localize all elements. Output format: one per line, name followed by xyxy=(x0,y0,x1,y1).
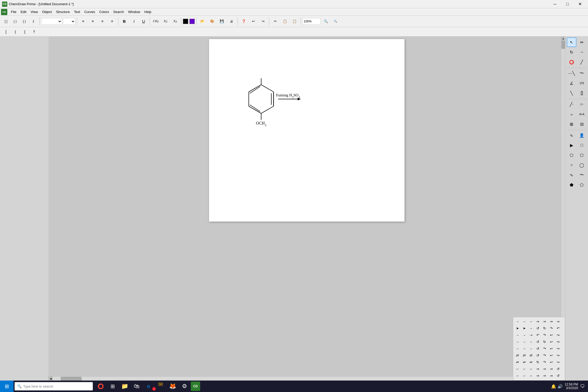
avatar-btn[interactable]: 👤 xyxy=(577,131,586,140)
mail-icon[interactable]: ✉ xyxy=(155,379,166,390)
arrow-cell[interactable]: ↩ xyxy=(548,359,554,365)
maximize-button[interactable]: □ xyxy=(561,0,573,8)
ch2-btn[interactable]: CH2 xyxy=(151,17,160,26)
close-button[interactable]: ✕ xyxy=(574,0,586,8)
menu-edit[interactable]: Edit xyxy=(19,9,28,15)
color-purple-swatch[interactable] xyxy=(189,19,195,24)
eraser-btn[interactable]: ✏ xyxy=(577,38,586,47)
arrow-cell[interactable]: ↻ xyxy=(541,325,548,331)
arrow-cell[interactable]: ↶ xyxy=(555,325,561,331)
circle-large-btn[interactable]: ◯ xyxy=(577,160,586,170)
arrow-cell[interactable]: ➤ xyxy=(514,325,520,331)
arrow-cell[interactable]: ⇄ xyxy=(514,352,520,358)
arrow-cell[interactable]: ↔ xyxy=(521,372,527,379)
arrow-cell[interactable]: ↩ xyxy=(548,332,554,338)
arrow-cell[interactable]: ↷ xyxy=(541,345,548,352)
menu-curves[interactable]: Curves xyxy=(82,9,97,15)
ring-dot-btn[interactable]: ○· xyxy=(577,100,586,109)
arrow-cell[interactable]: ⇒ xyxy=(541,372,548,379)
arrow-cell[interactable]: ↔ xyxy=(528,366,534,372)
bracket-sq-open-btn[interactable]: [ xyxy=(2,27,10,36)
bracket-curly-btn[interactable]: { } xyxy=(20,17,29,26)
notification-icon[interactable]: 🗨 xyxy=(580,384,585,389)
arrow-cell[interactable]: ⇒ xyxy=(535,366,541,372)
arrow-cell[interactable]: ↩ xyxy=(548,352,554,358)
pentagon-btn[interactable]: ⬠ xyxy=(567,150,576,160)
menu-search[interactable]: Search xyxy=(111,9,126,15)
arrow-cell[interactable]: ⇒ xyxy=(541,366,548,372)
settings-icon[interactable]: ⚙ xyxy=(179,381,190,392)
start-button[interactable]: ⊞ xyxy=(0,381,14,392)
arrow-cell[interactable]: ↪ xyxy=(555,359,561,365)
underline-btn[interactable]: U xyxy=(139,17,148,26)
arrow-cell[interactable]: ↺ xyxy=(555,372,561,379)
chemdraw-icon[interactable]: CD xyxy=(191,382,200,391)
taskbar-search-box[interactable]: 🔍 xyxy=(15,382,93,390)
open-color-btn[interactable]: 🎨 xyxy=(208,17,217,26)
arrow-cell[interactable]: → xyxy=(528,318,534,324)
poly5-fill-btn[interactable]: ⬟ xyxy=(567,180,576,189)
menu-colors[interactable]: Colors xyxy=(97,9,111,15)
subscript-btn[interactable]: X2 xyxy=(161,17,170,26)
scroll-thumb-v[interactable] xyxy=(561,41,565,49)
arrow-cell[interactable]: ↪ xyxy=(555,345,561,352)
menu-file[interactable]: File xyxy=(9,9,19,15)
bond-diagonal-btn[interactable]: ╲ xyxy=(567,88,576,98)
menu-text[interactable]: Text xyxy=(72,9,82,15)
bracket-paren-btn[interactable]: ( ) xyxy=(11,17,20,26)
bracket-rect-btn[interactable]: [] xyxy=(577,88,586,98)
dagger-btn[interactable]: † xyxy=(30,27,39,36)
arrow-cell[interactable]: ↷ xyxy=(541,352,548,358)
task-view-icon[interactable]: ⊞ xyxy=(107,381,118,392)
zoom-in-btn[interactable]: 🔍 xyxy=(321,17,330,26)
bracket-curly-open-btn[interactable]: { xyxy=(20,27,29,36)
arrow-cell[interactable]: ⇒ xyxy=(548,372,554,379)
poly5-outline-btn[interactable]: ⬠ xyxy=(577,180,586,189)
arrow-cell[interactable]: → xyxy=(528,325,534,331)
arrow-cell[interactable]: ↻ xyxy=(541,339,548,345)
canvas-page[interactable]: OCH3 Fuming H2SO4 xyxy=(209,39,405,222)
zoom-out-btn[interactable]: 🔍 xyxy=(331,17,340,26)
align-left-btn[interactable]: ≡ xyxy=(79,17,88,26)
arrow-cell[interactable]: → xyxy=(521,345,527,352)
arrow-cell[interactable]: ↷ xyxy=(541,359,548,365)
arrow-cell[interactable]: ↺ xyxy=(535,352,541,358)
align-center-btn[interactable]: ≡ xyxy=(88,17,97,26)
arrow-cell[interactable]: ➤ xyxy=(521,325,527,331)
arrow-cell[interactable]: ↔ xyxy=(514,366,520,372)
select-arrow-btn[interactable]: ↖ xyxy=(567,38,576,47)
arrow-cell[interactable]: ↶ xyxy=(535,332,541,338)
bond-straight-btn[interactable]: ╱ xyxy=(577,57,586,67)
copy-btn[interactable]: 📋 xyxy=(280,17,289,26)
paste-btn[interactable]: 📋 xyxy=(290,17,299,26)
arrow-cell[interactable]: → xyxy=(521,318,527,324)
arrow-cell[interactable]: ↪ xyxy=(555,332,561,338)
arrow-cell[interactable]: ↩ xyxy=(548,345,554,352)
arrow-cell[interactable]: → xyxy=(521,332,527,338)
arrow-cell[interactable]: ⇌ xyxy=(514,359,520,365)
bond-wavy-btn[interactable]: 〜 xyxy=(577,69,586,78)
canvas-wrapper[interactable]: OCH3 Fuming H2SO4 ▲ ▼ ◀ xyxy=(48,36,565,381)
arrow-cell[interactable]: → xyxy=(514,345,520,352)
font-select[interactable] xyxy=(41,18,62,25)
arrow-cell[interactable]: ↷ xyxy=(548,325,554,331)
bond-dashed-btn[interactable]: ╱· xyxy=(567,100,576,109)
arrow-cell[interactable]: ↪ xyxy=(555,352,561,358)
arrow-cell[interactable]: ↷ xyxy=(541,332,548,338)
open-file-btn[interactable]: 📂 xyxy=(198,17,207,26)
arrow-cell[interactable]: ⇒ xyxy=(535,318,541,324)
bracket-dagger-btn[interactable]: ‡ xyxy=(29,17,38,26)
redo-btn[interactable]: ↪ xyxy=(259,17,267,26)
bond-wedge-btn[interactable]: ⋯╲ xyxy=(567,69,576,78)
table-alt-btn[interactable]: ⊟ xyxy=(577,119,586,129)
rotate-btn[interactable]: ↻ xyxy=(567,47,576,57)
bracket-square-btn[interactable]: [ ] xyxy=(2,17,10,26)
ring-measure-btn[interactable]: 270 xyxy=(577,78,586,88)
zoom-input[interactable] xyxy=(302,18,321,25)
arrow-cell[interactable]: ⇒ xyxy=(541,318,548,324)
minimize-button[interactable]: ─ xyxy=(549,0,561,8)
print-btn[interactable]: 🖨 xyxy=(227,17,236,26)
italic-btn[interactable]: I xyxy=(130,17,138,26)
play-btn[interactable]: ▶ xyxy=(567,140,576,150)
menu-structure[interactable]: Structure xyxy=(54,9,72,15)
